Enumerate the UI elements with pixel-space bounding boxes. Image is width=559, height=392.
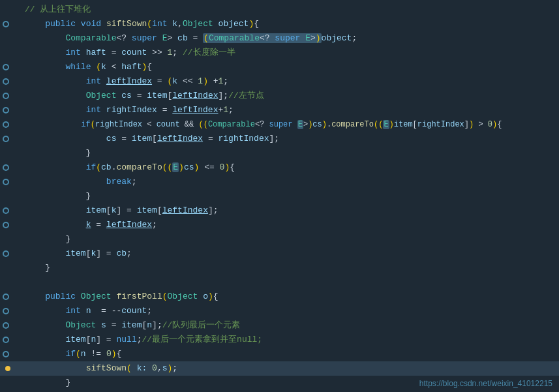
code-text-16: k = leftIndex; <box>20 218 559 232</box>
code-line-23: Object s = item[n];//队列最后一个元素 <box>0 318 559 333</box>
code-text-11: } <box>20 146 559 160</box>
code-line-26: siftSown( k: 0,s); <box>0 361 559 376</box>
code-text-22: int n = --count; <box>20 304 559 318</box>
code-text-18: item[k] = cb; <box>20 247 559 261</box>
code-line-8: int rightIndex = leftIndex+1; <box>0 103 559 117</box>
code-line-1: // 从上往下堆化 <box>0 3 559 17</box>
code-line-6: int leftIndex = (k << 1) +1; <box>0 74 559 89</box>
code-line-5: while (k < haft){ <box>0 60 559 74</box>
code-text-3: Comparable<? super E> cb = (Comparable<?… <box>20 31 559 46</box>
code-text-1: // 从上往下堆化 <box>20 3 559 17</box>
code-line-25: if(n != 0){ <box>0 347 559 361</box>
code-text-20 <box>20 275 559 290</box>
code-text-6: int leftIndex = (k << 1) +1; <box>20 74 559 89</box>
code-text-4: int haft = count >> 1; //长度除一半 <box>20 46 559 60</box>
code-line-3: Comparable<? super E> cb = (Comparable<?… <box>0 31 559 46</box>
code-text-19: } <box>20 261 559 275</box>
code-text-10: cs = item[leftIndex = rightIndex]; <box>20 132 559 146</box>
code-line-4: int haft = count >> 1; //长度除一半 <box>0 46 559 60</box>
code-text-8: int rightIndex = leftIndex+1; <box>20 103 559 117</box>
code-line-12: if(cb.compareTo((E)cs) <= 0){ <box>0 160 559 175</box>
code-line-19: } <box>0 261 559 275</box>
code-line-18: item[k] = cb; <box>0 247 559 261</box>
url-bar: https://blog.csdn.net/weixin_41012215 <box>419 379 552 388</box>
code-text-24: item[n] = null;//最后一个元素拿到并至null; <box>20 333 559 347</box>
code-line-9: if(rightIndex < count && ((Comparable<? … <box>0 117 559 132</box>
code-line-13: break; <box>0 175 559 189</box>
code-line-15: item[k] = item[leftIndex]; <box>0 204 559 218</box>
code-line-11: } <box>0 146 559 160</box>
code-text-17: } <box>20 232 559 247</box>
code-text-21: public Object firstPoll(Object o){ <box>20 290 559 304</box>
code-line-21: public Object firstPoll(Object o){ <box>0 290 559 304</box>
code-text-5: while (k < haft){ <box>20 60 559 74</box>
code-text-7: Object cs = item[leftIndex];//左节点 <box>20 89 559 103</box>
code-line-7: Object cs = item[leftIndex];//左节点 <box>0 89 559 103</box>
code-line-17: } <box>0 232 559 247</box>
code-text-15: item[k] = item[leftIndex]; <box>20 204 559 218</box>
code-editor: // 从上往下堆化 public void siftSown(int k,Obj… <box>0 0 559 392</box>
code-text-9: if(rightIndex < count && ((Comparable<? … <box>20 117 559 132</box>
code-line-16: k = leftIndex; <box>0 218 559 232</box>
code-text-26: siftSown( k: 0,s); <box>20 361 559 376</box>
code-line-24: item[n] = null;//最后一个元素拿到并至null; <box>0 333 559 347</box>
code-line-2: public void siftSown(int k,Object object… <box>0 17 559 31</box>
code-line-20 <box>0 275 559 290</box>
code-text-2: public void siftSown(int k,Object object… <box>20 17 559 31</box>
code-text-23: Object s = item[n];//队列最后一个元素 <box>20 318 559 333</box>
code-line-14: } <box>0 189 559 204</box>
code-text-13: break; <box>20 175 559 189</box>
code-line-10: cs = item[leftIndex = rightIndex]; <box>0 132 559 146</box>
code-text-12: if(cb.compareTo((E)cs) <= 0){ <box>20 160 559 175</box>
code-text-25: if(n != 0){ <box>20 347 559 361</box>
code-text-14: } <box>20 189 559 204</box>
code-line-22: int n = --count; <box>0 304 559 318</box>
